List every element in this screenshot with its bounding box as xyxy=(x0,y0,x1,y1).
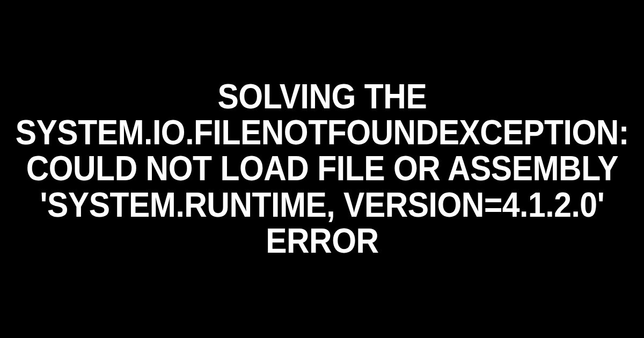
page-title: Solving the System.IO.FileNotFoundExcept… xyxy=(5,79,639,259)
